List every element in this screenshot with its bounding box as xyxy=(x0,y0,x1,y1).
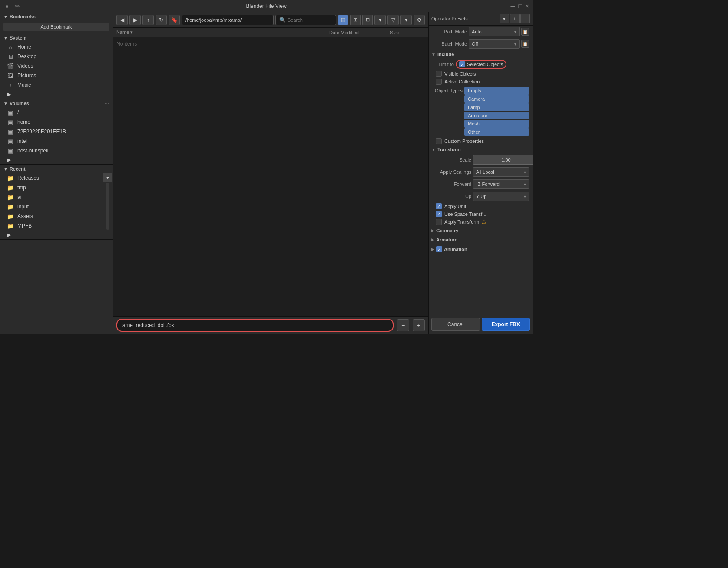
volumes-options-icon[interactable]: ⋯ xyxy=(105,101,109,106)
list-view-button[interactable]: ▤ xyxy=(338,15,348,25)
search-box[interactable]: 🔍 xyxy=(275,15,336,25)
music-label: Music xyxy=(17,82,31,88)
window-controls: ─ □ × xyxy=(510,3,529,10)
add-bookmark-button[interactable]: Add Bookmark xyxy=(3,23,109,31)
obj-type-mesh[interactable]: Mesh xyxy=(464,120,529,128)
sidebar-item-more-recent[interactable]: ▶ xyxy=(0,231,113,239)
apply-transform-label: Apply Transform xyxy=(444,219,479,225)
up-dropdown[interactable]: Y Up ▾ xyxy=(473,192,529,201)
refresh-button[interactable]: ↻ xyxy=(156,15,167,25)
sidebar-item-desktop[interactable]: 🖥 Desktop xyxy=(0,52,113,61)
titlebar: ● ✏ Blender File View ─ □ × xyxy=(0,0,533,12)
back-button[interactable]: ◀ xyxy=(116,15,128,25)
view-dropdown-button[interactable]: ▾ xyxy=(374,15,386,25)
export-button[interactable]: Export FBX xyxy=(482,318,530,331)
sidebar-item-home-vol[interactable]: ▣ home xyxy=(0,117,113,127)
drive-intel-icon: ▣ xyxy=(7,138,14,145)
cancel-button[interactable]: Cancel xyxy=(431,318,480,331)
armature-header[interactable]: ▶ Armature xyxy=(429,235,533,244)
scroll-up-button[interactable]: ▼ xyxy=(103,173,112,182)
path-input[interactable] xyxy=(182,15,274,25)
animation-checkbox[interactable]: ✓ xyxy=(436,246,442,252)
search-input[interactable] xyxy=(288,17,332,23)
recent-options-icon[interactable]: ⋯ xyxy=(105,167,109,172)
apply-unit-row: ✓ Apply Unit xyxy=(429,202,533,210)
filter-dropdown-button[interactable]: ▾ xyxy=(400,15,412,25)
include-section-header[interactable]: ▼ Include xyxy=(429,50,533,59)
bookmark-button[interactable]: 🔖 xyxy=(169,15,180,25)
panel-add-button[interactable]: + xyxy=(510,14,520,23)
path-mode-arrow-icon: ▾ xyxy=(514,30,516,34)
use-space-transform-checkbox[interactable]: ✓ xyxy=(436,211,442,217)
sidebar-item-videos[interactable]: 🎬 Videos xyxy=(0,61,113,71)
active-collection-checkbox[interactable] xyxy=(436,79,442,85)
forward-value: -Z Forward xyxy=(476,182,500,187)
sidebar-item-72f[interactable]: ▣ 72F29225F291EE1B xyxy=(0,127,113,136)
system-options-icon[interactable]: ⋯ xyxy=(105,36,109,40)
apply-unit-checkbox[interactable]: ✓ xyxy=(436,203,442,209)
obj-type-armature[interactable]: Armature xyxy=(464,112,529,119)
sidebar-item-root[interactable]: ▣ / xyxy=(0,108,113,117)
bookmarks-header[interactable]: ▼ Bookmarks ⋯ xyxy=(0,12,113,21)
sidebar-item-tmp[interactable]: 📁 tmp xyxy=(0,183,103,192)
minimize-icon[interactable]: ─ xyxy=(510,3,515,10)
minus-button[interactable]: − xyxy=(397,319,409,331)
batch-mode-extra-button[interactable]: 📋 xyxy=(521,40,529,48)
col-size-header: Size xyxy=(390,30,425,35)
path-mode-dropdown[interactable]: Auto ▾ xyxy=(469,27,520,36)
scrollbar-thumb[interactable] xyxy=(106,183,109,230)
filter-button[interactable]: ▽ xyxy=(387,15,399,25)
column-headers: Name ▾ Date Modified Size xyxy=(113,28,428,37)
animation-header[interactable]: ▶ ✓ Animation xyxy=(429,244,533,254)
sidebar-item-intel[interactable]: ▣ intel xyxy=(0,136,113,146)
up-value: Y Up xyxy=(476,194,486,199)
maximize-icon[interactable]: □ xyxy=(518,3,522,10)
sidebar-item-more-volumes[interactable]: ▶ xyxy=(0,155,113,164)
batch-mode-row: Batch Mode Off ▾ 📋 xyxy=(429,38,533,50)
recent-header[interactable]: ▼ Recent ⋯ xyxy=(0,165,113,173)
settings-button[interactable]: ⚙ xyxy=(414,15,425,25)
operator-presets-label: Operator Presets xyxy=(431,16,499,21)
path-mode-extra-button[interactable]: 📋 xyxy=(521,28,529,36)
small-grid-button[interactable]: ⊞ xyxy=(350,15,361,25)
volumes-header[interactable]: ▼ Volumes ⋯ xyxy=(0,99,113,108)
transform-section-header[interactable]: ▼ Transform xyxy=(429,145,533,154)
batch-mode-dropdown[interactable]: Off ▾ xyxy=(469,39,520,49)
system-header[interactable]: ▼ System ⋯ xyxy=(0,33,113,42)
close-icon[interactable]: × xyxy=(526,3,529,10)
col-name-header: Name ▾ xyxy=(116,30,329,35)
sidebar-item-input[interactable]: 📁 input xyxy=(0,202,103,211)
obj-type-lamp[interactable]: Lamp xyxy=(464,103,529,111)
recent-scrollbar[interactable]: ▼ xyxy=(103,173,113,231)
sidebar-item-music[interactable]: ♪ Music xyxy=(0,80,113,90)
apply-scalings-dropdown[interactable]: All Local ▾ xyxy=(473,167,529,177)
panel-dropdown-button[interactable]: ▾ xyxy=(500,14,509,23)
up-button[interactable]: ↑ xyxy=(142,15,154,25)
scale-input[interactable] xyxy=(473,155,533,165)
sidebar-item-mpfb[interactable]: 📁 MPFB xyxy=(0,221,103,231)
selected-objects-checkbox[interactable]: ✓ xyxy=(459,61,465,67)
sidebar-item-host-hunspell[interactable]: ▣ host-hunspell xyxy=(0,146,113,155)
large-grid-button[interactable]: ⊟ xyxy=(362,15,373,25)
sidebar-item-ai[interactable]: 📁 ai xyxy=(0,192,103,202)
animation-section: ▶ ✓ Animation xyxy=(429,244,533,254)
sidebar-item-assets[interactable]: 📁 Assets xyxy=(0,211,103,221)
geometry-header[interactable]: ▶ Geometry xyxy=(429,226,533,235)
forward-dropdown[interactable]: -Z Forward ▾ xyxy=(473,179,529,189)
custom-properties-checkbox[interactable] xyxy=(436,138,442,144)
sidebar-item-pictures[interactable]: 🖼 Pictures xyxy=(0,71,113,80)
filename-input[interactable] xyxy=(116,319,394,332)
obj-type-empty[interactable]: Empty xyxy=(464,87,529,95)
obj-type-camera[interactable]: Camera xyxy=(464,95,529,103)
forward-button[interactable]: ▶ xyxy=(129,15,141,25)
sidebar-item-releases[interactable]: 📁 Releases xyxy=(0,173,103,183)
obj-type-other[interactable]: Other xyxy=(464,128,529,136)
plus-button[interactable]: + xyxy=(413,319,425,331)
sidebar-item-home[interactable]: ⌂ Home xyxy=(0,42,113,52)
sidebar-item-more-system[interactable]: ▶ xyxy=(0,90,113,99)
apply-transform-checkbox[interactable] xyxy=(436,219,442,225)
object-types-row: Object Types Empty Camera Lamp Armature … xyxy=(429,86,533,137)
visible-objects-checkbox[interactable] xyxy=(436,71,442,77)
panel-remove-button[interactable]: − xyxy=(520,14,530,23)
bookmarks-options-icon[interactable]: ⋯ xyxy=(105,14,109,19)
